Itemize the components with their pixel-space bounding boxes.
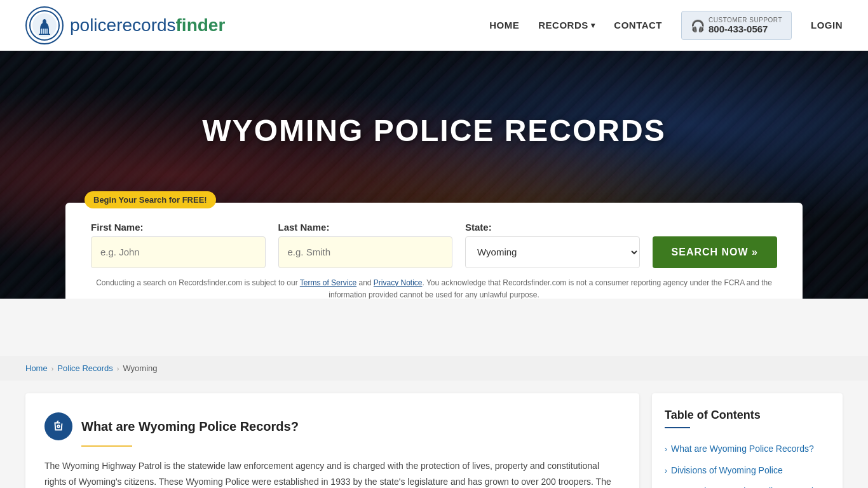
nav-contact[interactable]: CONTACT: [614, 20, 662, 30]
chevron-right-icon: ›: [665, 444, 667, 455]
logo-icon: [25, 6, 64, 44]
svg-rect-8: [44, 29, 46, 34]
last-name-input[interactable]: [278, 236, 453, 268]
chevron-down-icon: ▾: [591, 21, 595, 30]
state-label: State:: [465, 222, 640, 233]
main-nav: HOME RECORDS ▾ CONTACT 🎧 CUSTOMER SUPPOR…: [489, 11, 843, 40]
svg-point-5: [43, 19, 46, 25]
first-name-group: First Name:: [91, 222, 266, 268]
support-phone: 800-433-0567: [709, 24, 782, 34]
free-search-badge: Begin Your Search for FREE!: [85, 191, 216, 208]
breadcrumb: Home › Police Records › Wyoming: [0, 356, 868, 381]
toc-card: Table of Contents ›What are Wyoming Poli…: [652, 393, 843, 488]
article-title: What are Wyoming Police Records?: [81, 419, 299, 434]
svg-rect-9: [46, 29, 48, 34]
tos-link[interactable]: Terms of Service: [300, 278, 356, 287]
support-label: CUSTOMER SUPPORT: [709, 17, 782, 24]
first-name-input[interactable]: [91, 236, 266, 268]
svg-rect-7: [43, 29, 44, 34]
nav-home[interactable]: HOME: [489, 20, 519, 30]
article: What are Wyoming Police Records? The Wyo…: [25, 393, 639, 488]
toc-title: Table of Contents: [665, 409, 830, 422]
toc-list: ›What are Wyoming Police Records?›Divisi…: [665, 438, 830, 488]
chevron-right-icon: ›: [665, 466, 667, 477]
state-select[interactable]: Wyoming AlabamaAlaskaArizona ArkansasCal…: [465, 236, 640, 268]
last-name-group: Last Name:: [278, 222, 453, 268]
customer-support-button[interactable]: 🎧 CUSTOMER SUPPORT 800-433-0567: [681, 11, 792, 40]
svg-rect-6: [41, 29, 42, 34]
logo[interactable]: policerecordsfinder: [25, 6, 225, 44]
login-button[interactable]: LOGIN: [811, 20, 843, 30]
breadcrumb-sep-2: ›: [117, 365, 119, 372]
toc-item[interactable]: ›What are Wyoming Police Records?: [665, 438, 830, 460]
first-name-label: First Name:: [91, 222, 266, 233]
search-form: First Name: Last Name: State: Wyoming Al…: [91, 222, 777, 268]
logo-text: policerecordsfinder: [70, 15, 225, 36]
site-header: policerecordsfinder HOME RECORDS ▾ CONTA…: [0, 0, 868, 51]
hero-section: WYOMING POLICE RECORDS Begin Your Search…: [0, 51, 868, 299]
breadcrumb-sep-1: ›: [51, 365, 54, 372]
search-button[interactable]: SEARCH NOW »: [653, 236, 777, 268]
privacy-link[interactable]: Privacy Notice: [374, 278, 423, 287]
headset-icon: 🎧: [691, 19, 703, 32]
disclaimer-text: Conducting a search on Recordsfinder.com…: [91, 277, 777, 299]
state-group: State: Wyoming AlabamaAlaskaArizona Arka…: [465, 222, 640, 268]
sidebar: Table of Contents ›What are Wyoming Poli…: [652, 393, 843, 488]
toc-item[interactable]: ›Requesting Wyoming Police Records: [665, 481, 830, 488]
breadcrumb-home[interactable]: Home: [25, 363, 48, 373]
main-content: What are Wyoming Police Records? The Wyo…: [0, 381, 868, 488]
breadcrumb-current: Wyoming: [123, 363, 157, 373]
article-body: The Wyoming Highway Patrol is the statew…: [44, 458, 620, 488]
breadcrumb-police-records[interactable]: Police Records: [57, 363, 112, 373]
article-heading: What are Wyoming Police Records?: [44, 412, 620, 440]
toc-item[interactable]: ›Divisions of Wyoming Police: [665, 460, 830, 482]
last-name-label: Last Name:: [278, 222, 453, 233]
toc-divider: [665, 427, 690, 428]
article-divider: [81, 445, 132, 447]
badge-icon: [44, 412, 72, 440]
nav-records[interactable]: RECORDS ▾: [538, 20, 595, 30]
search-card: Begin Your Search for FREE! First Name: …: [65, 203, 803, 299]
